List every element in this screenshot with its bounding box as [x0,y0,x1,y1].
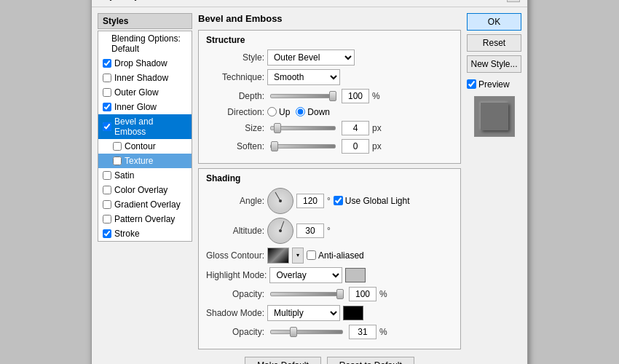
highlight-mode-label: Highlight Mode: [206,270,267,280]
shadow-opacity-input[interactable]: 31 [349,325,376,339]
depth-input[interactable]: 100 [342,89,369,103]
sidebar-item-drop-shadow[interactable]: Drop Shadow [98,56,192,71]
highlight-opacity-input[interactable]: 100 [349,287,376,301]
dialog-body: Styles Blending Options: DefaultDrop Sha… [92,7,527,365]
highlight-opacity-label: Opacity: [206,289,264,299]
depth-unit: % [372,91,380,101]
direction-up-radio[interactable] [267,107,277,116]
preview-box [474,96,515,137]
anti-aliased-label[interactable]: Anti-aliased [307,250,364,261]
checkbox-inner-glow[interactable] [103,103,111,111]
new-style-button[interactable]: New Style... [467,55,521,73]
sidebar-item-inner-shadow[interactable]: Inner Shadow [98,71,192,85]
direction-label: Direction: [206,107,264,117]
highlight-color-swatch[interactable] [345,268,366,282]
preview-label[interactable]: Preview [467,79,521,90]
style-select[interactable]: Outer Bevel Inner Bevel Emboss Pillow Em… [267,50,355,66]
direction-down-label[interactable]: Down [296,107,330,117]
sidebar-item-blending[interactable]: Blending Options: Default [98,31,192,56]
direction-down-radio[interactable] [296,107,305,116]
size-slider-thumb[interactable] [274,123,281,133]
sidebar-label-pattern-overlay: Pattern Overlay [114,214,175,224]
gloss-contour-row: Gloss Contour: ▾ Anti-aliased [206,248,453,264]
shadow-mode-row: Shadow Mode: Multiply Screen Overlay Nor… [206,305,453,321]
highlight-opacity-thumb[interactable] [336,289,344,299]
preview-checkbox[interactable] [467,79,476,89]
direction-down-text: Down [307,107,330,117]
shadow-opacity-thumb[interactable] [290,327,297,337]
soften-row: Soften: 0 px [206,139,453,154]
anti-aliased-text: Anti-aliased [318,250,364,261]
sidebar-item-pattern-overlay[interactable]: Pattern Overlay [98,212,192,226]
soften-unit: px [372,141,382,151]
sidebar-item-satin[interactable]: Satin [98,168,192,183]
size-label: Size: [206,123,264,133]
anti-aliased-checkbox[interactable] [307,250,316,260]
soften-slider-track [270,144,336,149]
sidebar-item-color-overlay[interactable]: Color Overlay [98,183,192,197]
checkbox-drop-shadow[interactable] [103,59,111,68]
checkbox-bevel-emboss[interactable] [103,122,111,131]
checkbox-color-overlay[interactable] [103,186,111,194]
size-input[interactable]: 4 [342,121,369,135]
reset-button[interactable]: Reset [467,34,521,52]
checkbox-satin[interactable] [103,171,111,180]
direction-up-text: Up [279,107,290,117]
sidebar-item-texture[interactable]: Texture [98,154,192,168]
title-bar: Layer Style × [92,0,527,7]
angle-dial[interactable] [267,188,293,214]
depth-slider-thumb[interactable] [329,91,336,101]
soften-input[interactable]: 0 [342,139,369,154]
style-label: Style: [206,52,264,63]
checkbox-gradient-overlay[interactable] [103,200,111,209]
soften-label: Soften: [206,141,264,151]
angle-row: Angle: 120 ° Use Global Light [206,188,453,214]
make-default-button[interactable]: Make Default [245,357,321,365]
shadow-opacity-row: Opacity: 31 % [206,325,453,339]
angle-label: Angle: [206,196,264,206]
soften-slider-thumb[interactable] [271,141,278,151]
close-button[interactable]: × [507,0,520,2]
checkbox-inner-shadow[interactable] [103,74,111,82]
sidebar-label-inner-shadow: Inner Shadow [114,73,168,83]
direction-up-label[interactable]: Up [267,107,290,117]
size-row: Size: 4 px [206,121,453,135]
depth-slider-track [270,94,336,98]
ok-button[interactable]: OK [467,13,521,31]
altitude-dial[interactable] [267,218,293,244]
preview-text: Preview [478,79,510,90]
sidebar-item-bevel-emboss[interactable]: Bevel and Emboss [98,114,192,139]
shadow-color-swatch[interactable] [343,306,363,320]
technique-label: Technique: [206,72,264,82]
size-slider-track [270,126,336,130]
technique-select[interactable]: Smooth Chisel Hard Chisel Soft [267,69,340,85]
use-global-light-checkbox[interactable] [334,196,343,205]
sidebar-item-outer-glow[interactable]: Outer Glow [98,85,192,100]
contour-preview[interactable] [267,248,289,264]
styles-header: Styles [98,13,192,29]
sidebar-label-outer-glow: Outer Glow [114,87,159,98]
use-global-light-label[interactable]: Use Global Light [334,196,410,206]
contour-dropdown-arrow[interactable]: ▾ [292,248,304,264]
sidebar-item-contour[interactable]: Contour [98,139,192,154]
reset-to-default-button[interactable]: Reset to Default [327,357,414,365]
altitude-input[interactable]: 30 [296,223,324,238]
checkbox-contour[interactable] [113,142,122,151]
angle-input[interactable]: 120 [296,194,324,208]
preview-inner [481,103,508,130]
sidebar-label-texture: Texture [125,156,153,166]
checkbox-pattern-overlay[interactable] [103,215,111,223]
checkbox-texture[interactable] [113,157,122,165]
sidebar-item-gradient-overlay[interactable]: Gradient Overlay [98,197,192,212]
sidebar-item-stroke[interactable]: Stroke [98,226,192,241]
checkbox-stroke[interactable] [103,229,111,238]
sidebar-label-inner-glow: Inner Glow [114,102,157,112]
checkbox-outer-glow[interactable] [103,88,111,97]
highlight-opacity-unit: % [379,289,387,299]
depth-label: Depth: [206,91,264,101]
sidebar-item-inner-glow[interactable]: Inner Glow [98,100,192,114]
shadow-mode-select[interactable]: Multiply Screen Overlay Normal [267,305,340,321]
technique-row: Technique: Smooth Chisel Hard Chisel Sof… [206,69,453,85]
highlight-mode-select[interactable]: Overlay Screen Multiply Normal [269,267,342,283]
sidebar-label-stroke: Stroke [114,229,140,239]
